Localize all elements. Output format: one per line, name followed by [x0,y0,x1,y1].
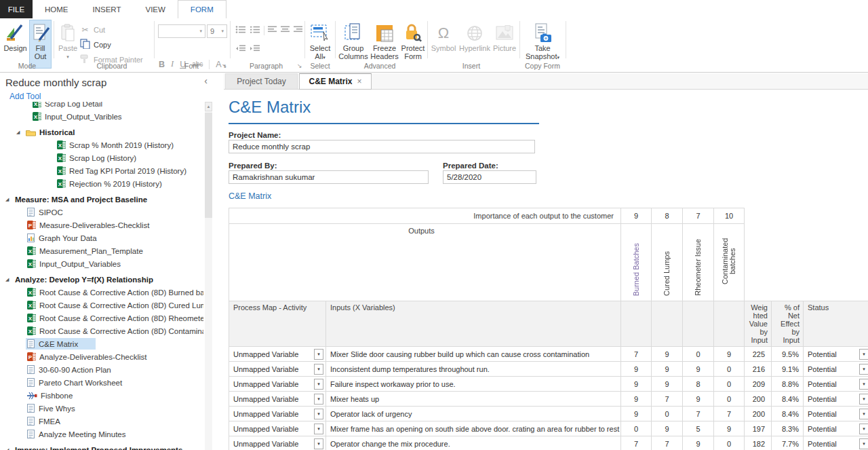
font-dialog-launcher-icon[interactable]: ↘ [222,62,227,69]
dropdown-button[interactable]: ▾ [314,394,323,405]
score-cell-2[interactable]: 9 [652,421,683,436]
scrollbar-up-arrow-icon[interactable]: ▲ [205,102,212,111]
score-cell-1[interactable]: 0 [621,421,652,436]
tree-item-30-60-90-action-plan[interactable]: 30-60-90 Action Plan [0,363,203,376]
importance-value-4[interactable]: 10 [714,208,745,224]
align-right-button[interactable] [294,25,303,35]
paragraph-dialog-launcher-icon[interactable]: ↘ [297,62,302,69]
tree-group-analyze-develop-y-f-x-relationship[interactable]: ◢Analyze: Develop Y=f(X) Relationship [0,273,203,286]
tree-item-scrap-month-2019-history[interactable]: XScrap % Month 2019 (History) [0,138,203,151]
input-variable-cell[interactable]: Mixer Slide door causing rubber build up… [326,347,621,362]
numbered-list-button[interactable] [250,25,260,35]
tree-item-rejection-2019-history[interactable]: XRejection % 2019 (History) [0,177,203,190]
tree-item-scrap-log-history[interactable]: XScrap Log (History) [0,151,203,164]
input-variable-cell[interactable]: Inconsistent dump temperatures throughou… [326,362,621,377]
tree-item-pareto-chart-worksheet[interactable]: Pareto Chart Worksheet [0,376,203,389]
status-dropdown[interactable]: Potential▾ [804,362,868,377]
status-dropdown[interactable]: Potential▾ [804,392,868,407]
score-cell-3[interactable]: 5 [683,421,714,436]
process-map-dropdown[interactable]: Unmapped Variable▾ [229,392,326,407]
dropdown-button[interactable]: ▾ [859,424,868,434]
tree-item-graph-your-data[interactable]: Graph Your Data [0,231,203,244]
output-header-rheometer-issue[interactable]: Rheometer Issue [683,224,714,301]
font-size-select[interactable]: 9 ▾ [207,24,227,38]
tab-home[interactable]: HOME [33,0,81,18]
score-cell-3[interactable]: 9 [683,362,714,377]
score-cell-4[interactable]: 0 [714,362,745,377]
score-cell-2[interactable]: 7 [652,436,683,450]
score-cell-1[interactable]: 9 [621,392,652,407]
process-map-dropdown[interactable]: Unmapped Variable▾ [229,347,326,362]
importance-value-2[interactable]: 8 [652,208,683,224]
score-cell-4[interactable]: 0 [714,436,745,450]
score-cell-2[interactable]: 9 [652,377,683,392]
score-cell-3[interactable]: 8 [683,377,714,392]
input-variable-cell[interactable]: Mixer frame has an opening on south side… [326,421,621,436]
tree-group-measure-msa-and-project-baseline[interactable]: ◢Measure: MSA and Project Baseline [0,193,203,206]
process-map-dropdown[interactable]: Unmapped Variable▾ [229,407,326,421]
close-tab-icon[interactable]: × [357,77,362,86]
score-cell-2[interactable]: 9 [652,347,683,362]
add-tool-link[interactable]: Add Tool [9,92,41,101]
status-dropdown[interactable]: Potential▾ [804,347,868,362]
status-dropdown[interactable]: Potential▾ [804,407,868,421]
tree-item-sipoc[interactable]: SIPOC [0,206,203,219]
tree-item-analyze-deliverables-checklist[interactable]: PAnalyze-Deliverables-Checklist [0,350,203,363]
dropdown-button[interactable]: ▾ [859,409,868,419]
tab-project-today[interactable]: Project Today [225,73,298,89]
score-cell-2[interactable]: 7 [652,392,683,407]
importance-value-3[interactable]: 7 [683,208,714,224]
tree-item-c-e-matrix[interactable]: C&E Matrix [0,337,203,350]
dropdown-button[interactable]: ▾ [859,364,868,375]
tab-ce-matrix[interactable]: C&E Matrix × [299,73,372,90]
input-variable-cell[interactable]: Operator lack of urgency [326,407,621,421]
tab-insert[interactable]: INSERT [81,0,134,18]
score-cell-4[interactable]: 9 [714,421,745,436]
score-cell-1[interactable]: 9 [621,377,652,392]
tree-item-five-whys[interactable]: Five Whys [0,402,203,415]
score-cell-4[interactable]: 7 [714,407,745,421]
tree-item-root-cause-corrective-action-8d-cured-lump[interactable]: XRoot Cause & Corrective Action (8D) Cur… [0,299,203,312]
tree-group-improve-implement-proposed-improvements[interactable]: ◢Improve: Implement Proposed Improvement… [0,443,203,450]
tree-item-scrap-log-detail[interactable]: XScrap Log Detail [0,102,203,110]
file-tab[interactable]: FILE [0,0,33,18]
align-left-button[interactable] [268,25,277,35]
tree-item-input-output-variables[interactable]: XInput_Output_Variables [0,257,203,270]
score-cell-3[interactable]: 9 [683,436,714,450]
tab-view[interactable]: VIEW [133,0,177,18]
input-variable-cell[interactable]: Operator change the mix procedure. [326,436,621,450]
sidebar-collapse-icon[interactable]: ‹ [204,75,208,86]
cut-button[interactable]: ✂ Cut [79,23,105,37]
project-name-input[interactable] [229,140,535,153]
prepared-date-input[interactable] [443,170,536,184]
tree-item-root-cause-corrective-action-8d-contaminat[interactable]: XRoot Cause & Corrective Action (8D) Con… [0,324,203,337]
dropdown-button[interactable]: ▾ [314,409,323,419]
align-center-button[interactable] [281,25,290,35]
score-cell-1[interactable]: 7 [621,436,652,450]
dropdown-button[interactable]: ▾ [314,424,323,434]
status-dropdown[interactable]: Potential▾ [804,421,868,436]
score-cell-2[interactable]: 9 [652,362,683,377]
tree-item-fmea[interactable]: FMEA [0,415,203,428]
output-header-cured-lumps[interactable]: Cured Lumps [652,224,683,301]
ce-matrix-section-link[interactable]: C&E Matrix [229,191,271,201]
process-map-dropdown[interactable]: Unmapped Variable▾ [229,436,326,450]
dropdown-button[interactable]: ▾ [859,438,868,449]
input-variable-cell[interactable]: Failure inspect workaway prior to use. [326,377,621,392]
status-dropdown[interactable]: Potential▾ [804,436,868,450]
status-dropdown[interactable]: Potential▾ [804,377,868,392]
increase-indent-button[interactable] [250,44,260,54]
prepared-by-input[interactable] [229,170,429,184]
dropdown-button[interactable]: ▾ [314,438,323,449]
tree-group-historical[interactable]: ◢Historical [0,126,203,138]
copy-button[interactable]: Copy [79,38,111,52]
expander-icon[interactable]: ◢ [5,197,11,202]
dropdown-button[interactable]: ▾ [314,364,323,375]
expander-icon[interactable]: ◢ [16,130,22,135]
tree-item-analyze-meeting-minutes[interactable]: Analyze Meeting Minutes [0,428,203,440]
score-cell-3[interactable]: 7 [683,407,714,421]
dropdown-button[interactable]: ▾ [314,349,323,360]
bullet-list-button[interactable] [235,25,246,35]
expander-icon[interactable]: ◢ [5,447,11,450]
dropdown-button[interactable]: ▾ [859,379,868,390]
